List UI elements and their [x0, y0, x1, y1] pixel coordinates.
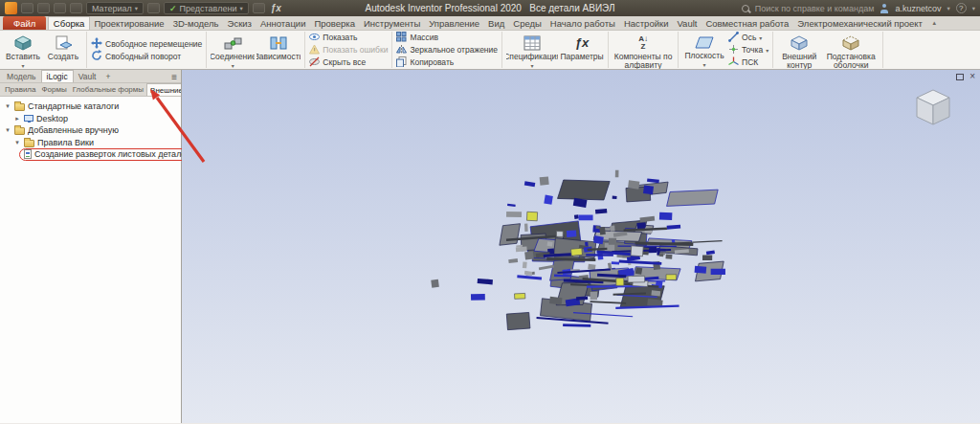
tree-item-rules-wiki[interactable]: ▾ Правила Вики [13, 137, 181, 149]
ribbon-tab[interactable]: Эскиз [223, 16, 256, 30]
document-window-controls: × [956, 72, 975, 81]
shell-substitute-button[interactable]: Подстановка оболочки [823, 33, 879, 69]
tree-label: Desktop [36, 114, 68, 123]
viewcube[interactable] [911, 85, 955, 131]
plane-button[interactable]: Плоскость ▾ [682, 33, 726, 69]
shrinkwrap-button[interactable]: Внешний контур [777, 33, 821, 69]
expander-icon[interactable]: ▸ [13, 115, 21, 123]
ribbon-tab[interactable]: Проверка [310, 16, 360, 30]
ribbon-tab[interactable]: Проектирование [90, 16, 168, 30]
tree-item-added-manually[interactable]: ▾ Добавленные вручную [4, 124, 181, 137]
ribbon-tab[interactable]: Вид [484, 16, 509, 30]
panel-tab[interactable]: iLogic [41, 70, 74, 82]
rule-tab[interactable]: Глобальные формы [70, 83, 146, 96]
mirror-button[interactable]: Зеркальное отражение [396, 44, 498, 56]
tree-item-desktop[interactable]: ▸ Desktop [13, 113, 181, 125]
ribbon-group-component: Вставить ▾ Создать [0, 32, 87, 68]
material-dropdown[interactable]: Материал ▾ [86, 2, 144, 14]
ribbon-tab[interactable]: 3D-модель [168, 16, 223, 30]
axis-button[interactable]: Ось ▾ [728, 32, 768, 43]
hide-all-label: Скрыть все [323, 57, 366, 67]
chevron-down-icon: ▾ [531, 62, 534, 70]
ribbon-tab[interactable]: Инструменты [360, 16, 425, 30]
appearance-icon[interactable] [147, 3, 160, 13]
point-label: Точка [742, 45, 763, 55]
ribbon-tab[interactable]: Электромеханический проект [793, 16, 927, 30]
rule-tab[interactable]: Внешние правила [146, 83, 181, 96]
ribbon-tab[interactable]: Управление [425, 16, 484, 30]
chevron-down-icon[interactable]: ▾ [947, 5, 949, 12]
browser-menu-icon[interactable]: ≡ [171, 73, 177, 82]
viewport-3d[interactable]: × [182, 70, 980, 423]
ribbon-tab[interactable]: Vault [673, 16, 702, 30]
tree-item-sheetmetal-rule[interactable]: Создание разверток листовых деталей [19, 148, 181, 161]
restore-window-icon[interactable] [956, 74, 964, 80]
ribbon-toggle-icon[interactable]: ▴ [932, 19, 936, 27]
user-menu[interactable]: a.kuznetcov [895, 4, 941, 13]
ribbon-tab-bar: Файл СборкаПроектирование3D-модельЭскизА… [0, 16, 980, 31]
insert-button[interactable]: Вставить ▾ [4, 33, 42, 69]
ucs-label: ПСК [742, 57, 758, 67]
free-move-button[interactable]: Свободное перемещение [91, 38, 202, 50]
point-button[interactable]: Точка ▾ [728, 44, 768, 56]
shrinkwrap-label: Внешний контур [777, 53, 821, 69]
help-search-input[interactable]: Поиск по справке и командам [755, 4, 875, 13]
inventor-logo[interactable] [5, 2, 17, 14]
ribbon-tab[interactable]: Сборка [48, 16, 90, 30]
ribbon-tab[interactable]: Среды [509, 16, 546, 30]
save-icon[interactable] [21, 3, 33, 13]
expander-icon[interactable]: ▾ [4, 102, 11, 110]
show-button[interactable]: Показать [309, 32, 388, 43]
rule-tab-list: ПравилаФормыГлобальные формыВнешние прав… [2, 83, 181, 96]
alphabetical-components-button[interactable]: A↓Z Компоненты по алфавиту [612, 33, 674, 69]
ribbon-tab[interactable]: Совместная работа [702, 16, 793, 30]
measure-icon[interactable] [253, 3, 265, 13]
ribbon-tab[interactable]: Аннотации [256, 16, 310, 30]
shell-icon [841, 34, 860, 52]
desktop-icon [24, 115, 33, 122]
bom-table-icon [523, 34, 542, 52]
create-button[interactable]: Создать [44, 33, 82, 69]
ucs-icon [728, 56, 739, 69]
show-icon [309, 32, 320, 44]
expander-icon[interactable]: ▾ [4, 126, 11, 134]
chevron-down-icon: ▾ [703, 61, 706, 70]
ribbon-tab[interactable]: Начало работы [546, 16, 619, 30]
sort-az-icon: A↓Z [638, 34, 648, 52]
chevron-down-icon: ▾ [766, 47, 768, 54]
panel-tab[interactable]: Vault [74, 70, 101, 82]
hide-all-button[interactable]: Скрыть все [309, 56, 388, 68]
ribbon-tab[interactable]: Настройки [619, 16, 673, 30]
panel-tab[interactable]: Модель [2, 70, 41, 82]
expander-icon[interactable]: ▾ [13, 139, 21, 146]
chevron-down-icon: ▾ [759, 34, 762, 41]
pattern-button[interactable]: Массив [396, 32, 498, 43]
chevron-down-icon: ▾ [135, 5, 138, 12]
rule-tab[interactable]: Формы [38, 83, 69, 96]
redo-icon[interactable] [54, 3, 66, 13]
rule-tab[interactable]: Правила [2, 83, 38, 96]
collapse-titlebar-icon[interactable]: ▾ [972, 5, 975, 12]
constrain-label: Зависимость [256, 53, 301, 61]
close-document-icon[interactable]: × [969, 72, 975, 81]
parameters-fx-icon[interactable]: ƒx [269, 3, 283, 13]
tree-item-standard-catalogs[interactable]: ▾ Стандартные каталоги [4, 100, 181, 113]
panel-tab[interactable]: + [100, 70, 115, 82]
update-icon[interactable] [70, 3, 82, 13]
folder-icon [14, 103, 25, 111]
ribbon-group-pattern: Массив Зеркальное отражение Копировать [392, 32, 502, 68]
file-tab[interactable]: Файл [3, 16, 46, 30]
joint-button[interactable]: Соединение ▾ [211, 33, 255, 69]
ribbon-group-work-features: Плоскость ▾ Ось ▾ Точка ▾ ПСК [679, 32, 773, 68]
help-icon[interactable]: ? [956, 3, 967, 13]
view-representation-dropdown[interactable]: ✓ Представлени ▾ [164, 2, 249, 14]
undo-icon[interactable] [37, 3, 50, 13]
parameters-button[interactable]: ƒx Параметры [560, 33, 604, 69]
tree-label: Стандартные каталоги [28, 101, 119, 111]
ucs-button[interactable]: ПСК [728, 56, 768, 68]
bom-button[interactable]: Спецификация ▾ [506, 33, 558, 69]
work-point-icon [728, 44, 739, 56]
copy-button[interactable]: Копировать [396, 56, 498, 68]
free-rotate-button[interactable]: Свободный поворот [91, 51, 202, 62]
constrain-button[interactable]: Зависимость [256, 33, 301, 69]
